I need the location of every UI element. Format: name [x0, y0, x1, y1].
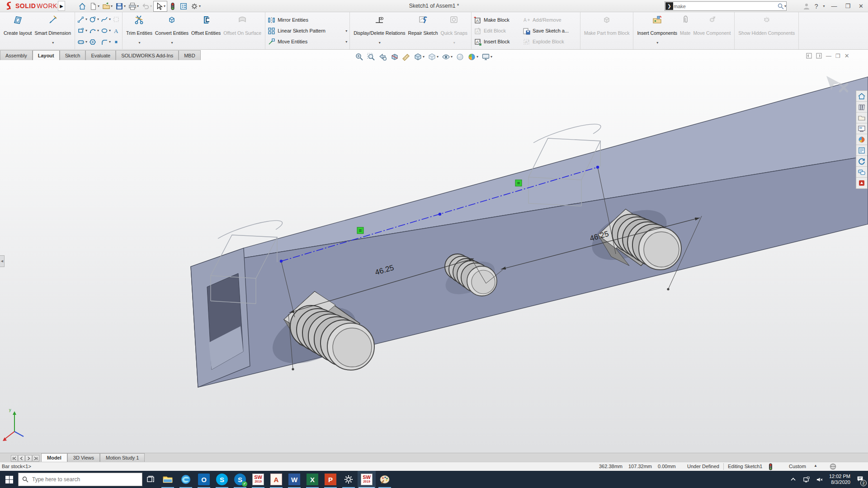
document-minimize-button[interactable]: —: [826, 53, 831, 59]
taskbar-app-solidworks-2019-active[interactable]: SW2019: [358, 471, 376, 488]
explode-block-button[interactable]: A° Explode Block: [523, 37, 578, 47]
apply-scene-button[interactable]: ▾: [466, 51, 480, 62]
view-settings-button[interactable]: ▾: [480, 51, 494, 62]
hide-show-items-button[interactable]: ▾: [440, 51, 454, 62]
convert-entities-button[interactable]: Convert Entities ▾: [154, 13, 190, 48]
mirror-entities-button[interactable]: Mirror Entities: [268, 15, 347, 25]
show-hidden-components-button[interactable]: Show Hidden Components: [737, 13, 796, 48]
collapse-left-pane-icon[interactable]: [806, 53, 812, 59]
straight-slot-tool[interactable]: ▾: [77, 38, 87, 46]
scroll-last-button[interactable]: [33, 455, 39, 462]
ellipse-tool[interactable]: ▾: [101, 27, 111, 34]
scroll-next-button[interactable]: [25, 455, 32, 462]
relation-badge-left[interactable]: =: [357, 227, 363, 234]
tab-layout[interactable]: Layout: [33, 50, 60, 60]
repair-sketch-button[interactable]: Repair Sketch: [407, 13, 439, 48]
offset-entities-button[interactable]: Offset Entities: [190, 13, 222, 48]
taskbar-search-box[interactable]: [18, 473, 142, 486]
mate-button[interactable]: Mate: [679, 13, 692, 48]
status-tags-icon[interactable]: [830, 463, 836, 470]
configuration-dropdown-icon[interactable]: ▲: [814, 464, 817, 468]
polygon-tool[interactable]: [89, 38, 99, 46]
solidworks-forum-icon[interactable]: [856, 167, 867, 178]
select-cursor-button[interactable]: ▾: [153, 1, 167, 12]
linear-sketch-pattern-button[interactable]: Linear Sketch Pattern▾: [268, 26, 347, 36]
network-icon[interactable]: [803, 476, 810, 483]
help-button[interactable]: ?: [815, 3, 818, 10]
previous-view-button[interactable]: [377, 51, 388, 62]
custom-properties-icon[interactable]: [856, 145, 867, 156]
appearances-scenes-icon[interactable]: [856, 134, 867, 145]
move-entities-button[interactable]: Move Entities▾: [268, 37, 347, 47]
solidworks-search-box[interactable]: ❯ ▾: [665, 1, 787, 11]
taskbar-app-paint[interactable]: [376, 471, 394, 488]
taskbar-app-skype[interactable]: S: [213, 471, 231, 488]
3d-model-scene[interactable]: 46.25 46.25 =: [0, 50, 868, 453]
section-view-button[interactable]: [389, 51, 400, 62]
start-button[interactable]: [0, 471, 18, 488]
scroll-prev-button[interactable]: [18, 455, 25, 462]
zoom-to-area-button[interactable]: [365, 51, 377, 62]
save-button[interactable]: ▾: [114, 1, 127, 12]
options-button[interactable]: ▾: [189, 1, 202, 12]
design-library-icon[interactable]: [856, 102, 867, 113]
construction-geometry-tool[interactable]: [113, 16, 120, 23]
file-explorer-icon[interactable]: [856, 113, 867, 123]
make-block-button[interactable]: A° Make Block: [474, 15, 523, 25]
taskbar-clock[interactable]: 12:02 PM 8/3/2020: [829, 474, 850, 485]
trim-entities-button[interactable]: Trim Entities ▾: [125, 13, 154, 48]
measure-button[interactable]: [401, 51, 412, 62]
smart-dimension-button[interactable]: Smart Dimension ▾: [33, 13, 72, 48]
restore-button[interactable]: ❐: [843, 3, 852, 9]
login-icon[interactable]: [803, 3, 810, 10]
graphics-area[interactable]: 46.25 46.25 =: [0, 50, 868, 453]
scroll-first-button[interactable]: [11, 455, 18, 462]
taskbar-app-skype-for-business[interactable]: S✓: [231, 471, 249, 488]
menu-flyout-button[interactable]: ▶: [58, 1, 65, 11]
save-sketch-as-block-button[interactable]: Save Sketch a...: [523, 26, 578, 36]
search-icon[interactable]: [778, 3, 784, 9]
status-performance-icon[interactable]: [769, 463, 773, 470]
home-button[interactable]: [77, 1, 88, 12]
zoom-to-fit-button[interactable]: [354, 51, 365, 62]
volume-muted-icon[interactable]: [816, 476, 823, 483]
new-document-button[interactable]: ▾: [88, 1, 101, 12]
view-palette-icon[interactable]: [856, 123, 867, 134]
undo-button[interactable]: ▾: [140, 1, 153, 12]
create-layout-button[interactable]: Create layout: [2, 13, 33, 48]
circle-tool[interactable]: ▾: [89, 16, 99, 23]
sketch-fillet-tool[interactable]: ▾: [101, 38, 111, 46]
collapse-right-pane-icon[interactable]: [816, 53, 822, 59]
solidworks-cam-icon[interactable]: [856, 156, 867, 167]
tab-evaluate[interactable]: Evaluate: [85, 50, 116, 60]
taskbar-app-microsoft-edge[interactable]: [177, 471, 195, 488]
taskbar-app-file-explorer[interactable]: [159, 471, 177, 488]
relation-badge-right[interactable]: =: [515, 180, 522, 186]
quick-snaps-button[interactable]: Quick Snaps ▾: [439, 13, 469, 48]
taskbar-app-autocad[interactable]: A: [267, 471, 285, 488]
tab-model[interactable]: Model: [41, 453, 67, 462]
close-button[interactable]: ✕: [857, 3, 865, 9]
tray-chevron-icon[interactable]: [790, 476, 797, 483]
help-dropdown[interactable]: ▾: [823, 4, 825, 8]
document-restore-button[interactable]: ❐: [835, 53, 840, 59]
search-scope-dropdown[interactable]: ▾: [784, 4, 786, 8]
insert-block-button[interactable]: A° Insert Block: [474, 37, 523, 47]
taskbar-app-powerpoint[interactable]: P: [321, 471, 340, 488]
display-style-button[interactable]: ▾: [426, 51, 440, 62]
document-properties-button[interactable]: [178, 1, 189, 12]
taskbar-app-excel[interactable]: X: [303, 471, 321, 488]
edit-block-button[interactable]: A° Edit Block: [474, 26, 523, 36]
print-button[interactable]: ▾: [127, 1, 140, 12]
view-orientation-button[interactable]: ▾: [412, 51, 426, 62]
search-commands-icon[interactable]: ❯: [665, 2, 673, 10]
offset-on-surface-button[interactable]: Offset On Surface: [222, 13, 263, 48]
arc-tool[interactable]: ▾: [89, 27, 99, 34]
tab-motion-study[interactable]: Motion Study 1: [100, 453, 145, 462]
move-component-button[interactable]: Move Component: [692, 13, 732, 48]
corner-rectangle-tool[interactable]: ▾: [77, 27, 87, 34]
spline-tool[interactable]: ▾: [101, 16, 111, 23]
task-view-button[interactable]: [142, 471, 159, 488]
performance-monitor-icon[interactable]: [167, 1, 178, 12]
open-button[interactable]: ▾: [101, 1, 114, 12]
